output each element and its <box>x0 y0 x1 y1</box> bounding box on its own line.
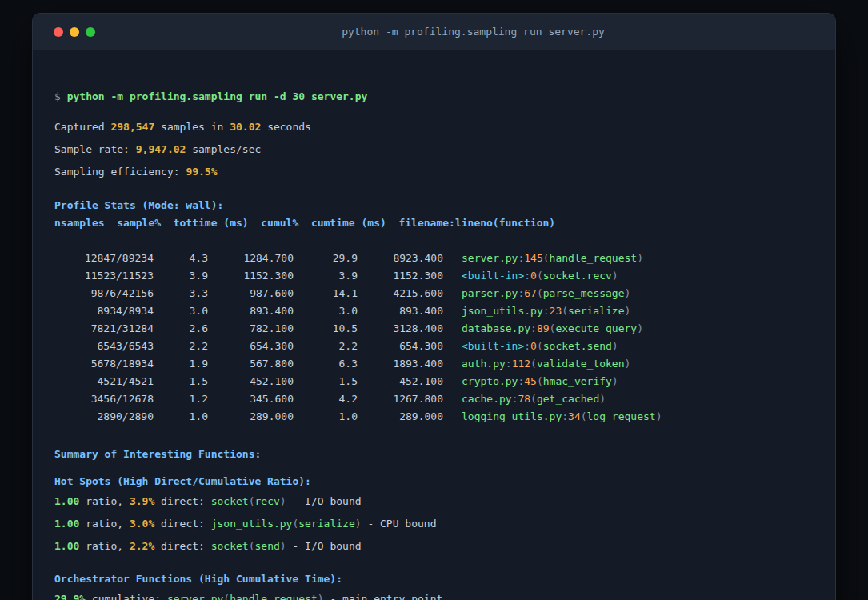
punctuation: ) <box>656 410 662 422</box>
cell-cumtime: 3128.400 <box>358 320 443 338</box>
cell-location: cache.py:78(get_cached) <box>462 390 606 408</box>
hotspot-row: 1.00 ratio, 3.9% direct: socket(recv) - … <box>54 494 814 510</box>
function-name: validate_token <box>537 358 625 370</box>
captured-label: Captured <box>54 121 110 133</box>
punctuation: : <box>562 410 568 422</box>
punctuation: ( <box>537 287 543 299</box>
function-name: handle_request <box>550 252 638 264</box>
samples-count: 298,547 <box>110 121 154 133</box>
cell-sample-pct: 1.9 <box>154 355 208 373</box>
cell-cumul-pct: 4.2 <box>294 390 358 408</box>
punctuation: ) <box>612 340 618 352</box>
direct-pct: 2.2% <box>130 540 154 552</box>
punctuation: ( <box>543 252 550 264</box>
cell-cumul-pct: 10.5 <box>294 320 358 338</box>
punctuation: ( <box>562 305 568 317</box>
sample-rate-unit: samples/sec <box>186 143 261 155</box>
table-row: 6543/65432.2654.3002.2654.300<built-in>:… <box>54 338 814 355</box>
filename: crypto.py <box>462 375 518 387</box>
punctuation: ) <box>599 393 606 405</box>
line-number: 23 <box>550 305 562 317</box>
profile-stats-heading: Profile Stats (Mode: wall): <box>54 198 814 214</box>
filename: <built-in> <box>462 340 524 352</box>
cell-sample-pct: 3.0 <box>154 302 208 320</box>
punctuation: ) <box>280 495 286 507</box>
punctuation: : <box>530 322 537 334</box>
punctuation: ( <box>537 375 543 387</box>
ratio-value: 1.00 <box>54 495 79 507</box>
target-name: server.py <box>167 593 223 600</box>
function-name: log_request <box>587 410 656 422</box>
cell-nsamples: 2890/2890 <box>54 408 154 426</box>
table-row: 9876/421563.3987.60014.14215.600parser.p… <box>54 285 814 302</box>
cell-tottime: 567.800 <box>208 355 294 373</box>
cell-cumtime: 654.300 <box>358 338 443 355</box>
cell-nsamples: 12847/89234 <box>54 250 154 267</box>
filename: json_utils.py <box>462 305 543 317</box>
duration-seconds: 30.02 <box>230 121 261 133</box>
cell-cumtime: 452.100 <box>358 373 443 390</box>
cell-cumtime: 8923.400 <box>358 250 443 267</box>
cell-location: server.py:145(handle_request) <box>462 250 643 267</box>
ratio-label: ratio, <box>79 518 130 530</box>
line-number: 67 <box>524 287 537 299</box>
window-title: python -m profiling.sampling run server.… <box>111 26 835 38</box>
punctuation: : <box>524 270 530 282</box>
zoom-button[interactable] <box>86 27 95 37</box>
filename: auth.py <box>462 358 506 370</box>
cell-sample-pct: 2.6 <box>154 320 208 338</box>
cell-location: database.py:89(execute_query) <box>462 320 643 338</box>
orchestrators-heading: Orchestrator Functions (High Cumulative … <box>54 571 814 587</box>
cell-nsamples: 5678/18934 <box>54 355 154 373</box>
line-number: 34 <box>568 410 581 422</box>
cell-cumul-pct: 6.3 <box>294 355 358 373</box>
cell-nsamples: 7821/31284 <box>54 320 154 338</box>
punctuation: ) <box>318 593 324 600</box>
captured-mid-label: samples in <box>154 121 230 133</box>
function-name: socket.send <box>543 340 612 352</box>
line-number: 0 <box>530 270 537 282</box>
note: - I/O bound <box>286 495 362 507</box>
cell-location: <built-in>:0(socket.recv) <box>462 267 618 285</box>
table-row: 7821/312842.6782.10010.53128.400database… <box>54 320 814 338</box>
cell-cumul-pct: 1.0 <box>294 408 358 426</box>
captured-suffix-label: seconds <box>261 121 311 133</box>
member-name: send <box>255 540 280 552</box>
line-number: 45 <box>524 375 537 387</box>
cell-cumtime: 1893.400 <box>358 355 443 373</box>
efficiency-line: Sampling efficiency: 99.5% <box>54 164 814 180</box>
cell-cumul-pct: 3.0 <box>294 302 358 320</box>
line-number: 78 <box>518 393 530 405</box>
member-name: serialize <box>298 518 354 530</box>
target-name: json_utils.py <box>211 518 293 530</box>
terminal-output[interactable]: $ python -m profiling.sampling run -d 30… <box>33 50 835 600</box>
punctuation: ) <box>612 375 618 387</box>
cell-tottime: 345.600 <box>208 390 294 408</box>
punctuation: : <box>543 305 550 317</box>
punctuation: ) <box>625 287 631 299</box>
cell-sample-pct: 1.2 <box>154 390 208 408</box>
window-controls <box>33 27 111 37</box>
cell-tottime: 1152.300 <box>208 267 294 285</box>
orchestrator-row: 29.9% cumulative: server.py(handle_reque… <box>54 591 814 600</box>
punctuation: ( <box>581 410 587 422</box>
minimize-button[interactable] <box>70 27 79 37</box>
line-number: 145 <box>524 252 542 264</box>
punctuation: ( <box>249 540 255 552</box>
table-row: 8934/89343.0893.4003.0893.400json_utils.… <box>54 302 814 320</box>
punctuation: : <box>524 340 530 352</box>
ratio-label: ratio, <box>79 495 130 507</box>
ratio-value: 1.00 <box>54 540 79 552</box>
filename: database.py <box>462 322 530 334</box>
cumulative-pct: 29.9% <box>54 593 86 600</box>
direct-pct: 3.0% <box>130 518 154 530</box>
punctuation: ( <box>537 340 543 352</box>
hotspots-heading: Hot Spots (High Direct/Cumulative Ratio)… <box>54 474 814 490</box>
cell-sample-pct: 1.0 <box>154 408 208 426</box>
line-number: 0 <box>530 340 537 352</box>
punctuation: ) <box>280 540 286 552</box>
cell-nsamples: 9876/42156 <box>54 285 154 302</box>
close-button[interactable] <box>54 27 63 37</box>
line-number: 89 <box>537 322 550 334</box>
note: - main entry point <box>324 593 443 600</box>
